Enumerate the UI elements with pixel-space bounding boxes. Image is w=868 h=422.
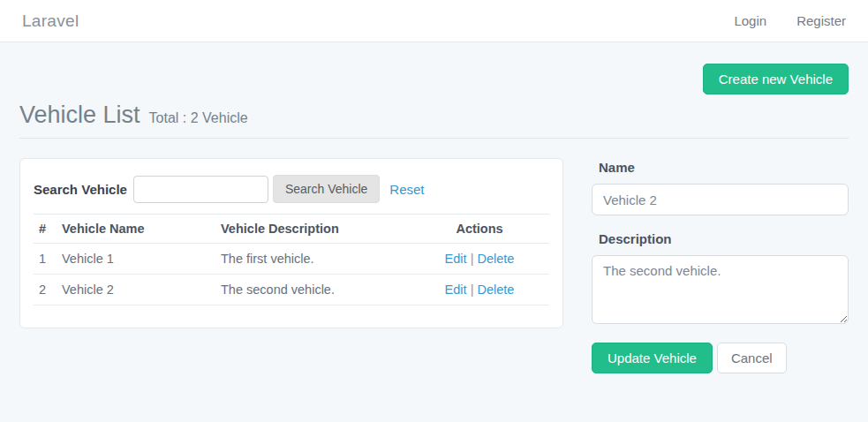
header-actions: Actions [410,215,549,244]
action-separator: | [471,283,474,297]
search-row: Search Vehicle Search Vehicle Reset [34,175,549,203]
toolbar-row: Create new Vehicle [19,64,849,94]
edit-vehicle-form: Name Description The second vehicle. Upd… [592,158,849,373]
vehicle-list-panel: Search Vehicle Search Vehicle Reset # Ve… [19,158,563,328]
content-row: Search Vehicle Search Vehicle Reset # Ve… [19,158,849,373]
page-title: Vehicle List [19,102,140,129]
header-vehicle-description: Vehicle Description [215,215,410,244]
row-number: 2 [34,275,57,305]
row-actions: Edit | Delete [410,275,549,305]
row-vehicle-description: The first vehicle. [215,244,410,275]
row-actions: Edit | Delete [410,244,549,275]
heading-row: Vehicle List Total : 2 Vehicle [19,102,849,129]
brand-logo[interactable]: Laravel [22,11,79,31]
delete-link[interactable]: Delete [477,252,514,266]
row-vehicle-name: Vehicle 1 [57,244,215,275]
cancel-button[interactable]: Cancel [717,343,787,373]
row-number: 1 [34,244,57,275]
create-vehicle-button[interactable]: Create new Vehicle [703,64,849,94]
edit-link[interactable]: Edit [445,252,467,266]
table-row: 1 Vehicle 1 The first vehicle. Edit | De… [34,244,549,275]
form-buttons-row: Update Vehicle Cancel [592,343,849,373]
heading-divider [19,138,849,139]
edit-link[interactable]: Edit [445,283,467,297]
nav-link-register[interactable]: Register [796,13,846,28]
description-field[interactable]: The second vehicle. [592,255,849,324]
nav-link-login[interactable]: Login [734,13,766,28]
row-vehicle-description: The second vehicle. [215,275,410,305]
action-separator: | [471,252,474,266]
vehicle-table: # Vehicle Name Vehicle Description Actio… [34,214,549,305]
search-input[interactable] [133,176,268,203]
delete-link[interactable]: Delete [477,283,514,297]
header-vehicle-name: Vehicle Name [57,215,215,244]
reset-link[interactable]: Reset [389,182,424,197]
table-header: # Vehicle Name Vehicle Description Actio… [34,215,549,244]
table-body: 1 Vehicle 1 The first vehicle. Edit | De… [34,244,549,305]
search-button[interactable]: Search Vehicle [273,175,380,203]
header-number: # [34,215,57,244]
table-row: 2 Vehicle 2 The second vehicle. Edit | D… [34,275,549,305]
total-count-label: Total : 2 Vehicle [149,110,248,126]
row-vehicle-name: Vehicle 2 [57,275,215,305]
update-vehicle-button[interactable]: Update Vehicle [592,343,713,373]
main-container: Create new Vehicle Vehicle List Total : … [0,64,868,373]
name-label: Name [599,160,849,175]
top-navbar: Laravel Login Register [0,0,868,42]
name-field[interactable] [592,184,849,215]
description-label: Description [599,231,849,246]
nav-links: Login Register [734,13,846,28]
search-label: Search Vehicle [34,182,127,197]
